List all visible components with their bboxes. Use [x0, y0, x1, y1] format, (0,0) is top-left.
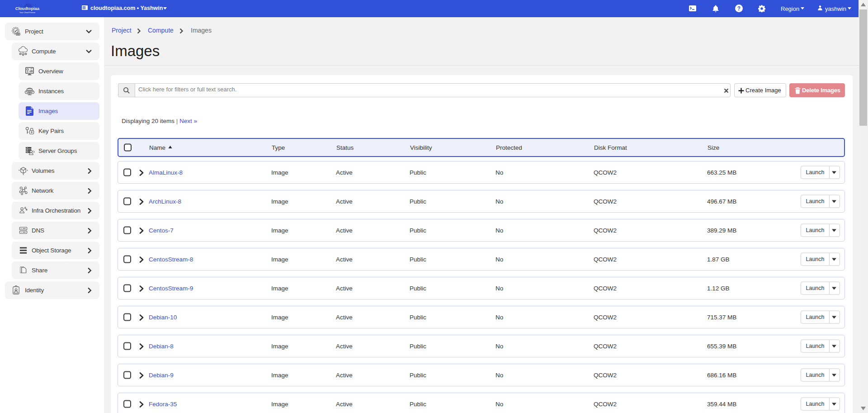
svg-text:?: ?	[737, 5, 741, 12]
